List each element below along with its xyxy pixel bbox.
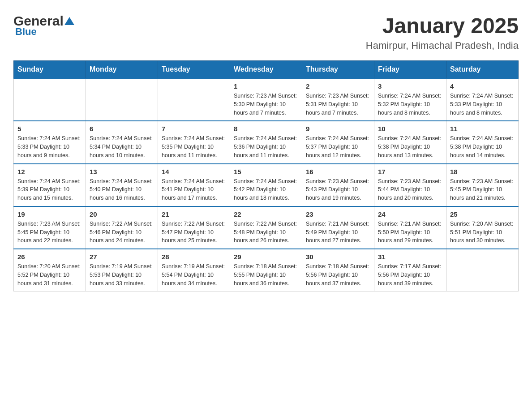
- calendar-day: 3Sunrise: 7:24 AM Sunset: 5:32 PM Daylig…: [374, 78, 446, 121]
- day-info: Sunrise: 7:24 AM Sunset: 5:37 PM Dayligh…: [306, 134, 370, 159]
- day-info: Sunrise: 7:24 AM Sunset: 5:41 PM Dayligh…: [162, 177, 226, 202]
- calendar-day: [446, 249, 519, 291]
- calendar-day: 30Sunrise: 7:18 AM Sunset: 5:56 PM Dayli…: [302, 249, 374, 291]
- day-number: 12: [17, 168, 82, 176]
- day-number: 19: [17, 210, 82, 218]
- calendar-day: 29Sunrise: 7:18 AM Sunset: 5:55 PM Dayli…: [230, 249, 302, 291]
- day-info: Sunrise: 7:24 AM Sunset: 5:42 PM Dayligh…: [234, 177, 298, 202]
- calendar-day: 5Sunrise: 7:24 AM Sunset: 5:33 PM Daylig…: [14, 121, 86, 163]
- calendar-day: 19Sunrise: 7:23 AM Sunset: 5:45 PM Dayli…: [14, 206, 86, 249]
- day-info: Sunrise: 7:24 AM Sunset: 5:39 PM Dayligh…: [17, 177, 82, 202]
- day-info: Sunrise: 7:21 AM Sunset: 5:49 PM Dayligh…: [306, 220, 370, 245]
- day-number: 14: [162, 168, 226, 176]
- calendar-table: SundayMondayTuesdayWednesdayThursdayFrid…: [13, 60, 519, 291]
- day-number: 15: [234, 168, 298, 176]
- day-number: 1: [234, 82, 298, 90]
- calendar-day: 26Sunrise: 7:20 AM Sunset: 5:52 PM Dayli…: [14, 249, 86, 291]
- week-row-5: 26Sunrise: 7:20 AM Sunset: 5:52 PM Dayli…: [14, 249, 519, 291]
- calendar-day: 20Sunrise: 7:22 AM Sunset: 5:46 PM Dayli…: [86, 206, 158, 249]
- day-info: Sunrise: 7:24 AM Sunset: 5:33 PM Dayligh…: [450, 92, 515, 117]
- day-number: 8: [234, 125, 298, 133]
- calendar-day: 15Sunrise: 7:24 AM Sunset: 5:42 PM Dayli…: [230, 164, 302, 206]
- day-number: 28: [162, 253, 226, 261]
- weekday-header-tuesday: Tuesday: [158, 61, 230, 79]
- day-info: Sunrise: 7:24 AM Sunset: 5:40 PM Dayligh…: [90, 177, 154, 202]
- weekday-header-sunday: Sunday: [14, 61, 86, 79]
- day-info: Sunrise: 7:24 AM Sunset: 5:35 PM Dayligh…: [162, 134, 226, 159]
- weekday-header-friday: Friday: [374, 61, 446, 79]
- day-number: 5: [17, 125, 82, 133]
- calendar-day: 13Sunrise: 7:24 AM Sunset: 5:40 PM Dayli…: [86, 164, 158, 206]
- day-number: 25: [450, 210, 515, 218]
- day-info: Sunrise: 7:23 AM Sunset: 5:45 PM Dayligh…: [450, 177, 515, 202]
- calendar-day: [86, 78, 158, 121]
- logo-blue-text: Blue: [15, 26, 37, 38]
- day-info: Sunrise: 7:24 AM Sunset: 5:36 PM Dayligh…: [234, 134, 298, 159]
- day-number: 21: [162, 210, 226, 218]
- calendar-day: 27Sunrise: 7:19 AM Sunset: 5:53 PM Dayli…: [86, 249, 158, 291]
- day-info: Sunrise: 7:24 AM Sunset: 5:34 PM Dayligh…: [90, 134, 154, 159]
- weekday-header-wednesday: Wednesday: [230, 61, 302, 79]
- day-number: 10: [378, 125, 442, 133]
- calendar-day: 9Sunrise: 7:24 AM Sunset: 5:37 PM Daylig…: [302, 121, 374, 163]
- day-number: 13: [90, 168, 154, 176]
- day-number: 26: [17, 253, 82, 261]
- location-title: Hamirpur, Himachal Pradesh, India: [366, 40, 519, 51]
- calendar-day: 28Sunrise: 7:19 AM Sunset: 5:54 PM Dayli…: [158, 249, 230, 291]
- logo: General Blue: [13, 13, 74, 38]
- day-number: 27: [90, 253, 154, 261]
- calendar-day: 2Sunrise: 7:23 AM Sunset: 5:31 PM Daylig…: [302, 78, 374, 121]
- day-number: 17: [378, 168, 442, 176]
- day-number: 4: [450, 82, 515, 90]
- weekday-header-thursday: Thursday: [302, 61, 374, 79]
- day-info: Sunrise: 7:20 AM Sunset: 5:51 PM Dayligh…: [450, 220, 515, 245]
- day-info: Sunrise: 7:24 AM Sunset: 5:38 PM Dayligh…: [450, 134, 515, 159]
- calendar-day: [14, 78, 86, 121]
- weekday-header-row: SundayMondayTuesdayWednesdayThursdayFrid…: [14, 61, 519, 79]
- day-info: Sunrise: 7:17 AM Sunset: 5:56 PM Dayligh…: [378, 262, 442, 287]
- day-number: 3: [378, 82, 442, 90]
- week-row-2: 5Sunrise: 7:24 AM Sunset: 5:33 PM Daylig…: [14, 121, 519, 163]
- calendar-day: 12Sunrise: 7:24 AM Sunset: 5:39 PM Dayli…: [14, 164, 86, 206]
- day-info: Sunrise: 7:19 AM Sunset: 5:53 PM Dayligh…: [90, 262, 154, 287]
- week-row-4: 19Sunrise: 7:23 AM Sunset: 5:45 PM Dayli…: [14, 206, 519, 249]
- calendar-day: 23Sunrise: 7:21 AM Sunset: 5:49 PM Dayli…: [302, 206, 374, 249]
- day-info: Sunrise: 7:23 AM Sunset: 5:30 PM Dayligh…: [234, 92, 298, 117]
- day-number: 2: [306, 82, 370, 90]
- day-number: 16: [306, 168, 370, 176]
- day-info: Sunrise: 7:23 AM Sunset: 5:44 PM Dayligh…: [378, 177, 442, 202]
- day-info: Sunrise: 7:21 AM Sunset: 5:50 PM Dayligh…: [378, 220, 442, 245]
- day-number: 20: [90, 210, 154, 218]
- day-info: Sunrise: 7:23 AM Sunset: 5:43 PM Dayligh…: [306, 177, 370, 202]
- day-info: Sunrise: 7:20 AM Sunset: 5:52 PM Dayligh…: [17, 262, 82, 287]
- day-number: 29: [234, 253, 298, 261]
- calendar-day: 18Sunrise: 7:23 AM Sunset: 5:45 PM Dayli…: [446, 164, 519, 206]
- day-info: Sunrise: 7:23 AM Sunset: 5:45 PM Dayligh…: [17, 220, 82, 245]
- day-info: Sunrise: 7:19 AM Sunset: 5:54 PM Dayligh…: [162, 262, 226, 287]
- day-info: Sunrise: 7:24 AM Sunset: 5:32 PM Dayligh…: [378, 92, 442, 117]
- day-number: 31: [378, 253, 442, 261]
- day-info: Sunrise: 7:23 AM Sunset: 5:31 PM Dayligh…: [306, 92, 370, 117]
- day-info: Sunrise: 7:24 AM Sunset: 5:38 PM Dayligh…: [378, 134, 442, 159]
- calendar-day: 10Sunrise: 7:24 AM Sunset: 5:38 PM Dayli…: [374, 121, 446, 163]
- week-row-3: 12Sunrise: 7:24 AM Sunset: 5:39 PM Dayli…: [14, 164, 519, 206]
- day-info: Sunrise: 7:18 AM Sunset: 5:56 PM Dayligh…: [306, 262, 370, 287]
- calendar-day: 16Sunrise: 7:23 AM Sunset: 5:43 PM Dayli…: [302, 164, 374, 206]
- day-number: 23: [306, 210, 370, 218]
- calendar-day: 31Sunrise: 7:17 AM Sunset: 5:56 PM Dayli…: [374, 249, 446, 291]
- day-number: 30: [306, 253, 370, 261]
- calendar-day: 22Sunrise: 7:22 AM Sunset: 5:48 PM Dayli…: [230, 206, 302, 249]
- day-number: 9: [306, 125, 370, 133]
- calendar-day: 21Sunrise: 7:22 AM Sunset: 5:47 PM Dayli…: [158, 206, 230, 249]
- day-info: Sunrise: 7:22 AM Sunset: 5:48 PM Dayligh…: [234, 220, 298, 245]
- calendar-day: 1Sunrise: 7:23 AM Sunset: 5:30 PM Daylig…: [230, 78, 302, 121]
- calendar-day: 17Sunrise: 7:23 AM Sunset: 5:44 PM Dayli…: [374, 164, 446, 206]
- day-number: 18: [450, 168, 515, 176]
- day-info: Sunrise: 7:18 AM Sunset: 5:55 PM Dayligh…: [234, 262, 298, 287]
- day-number: 6: [90, 125, 154, 133]
- weekday-header-monday: Monday: [86, 61, 158, 79]
- day-info: Sunrise: 7:24 AM Sunset: 5:33 PM Dayligh…: [17, 134, 82, 159]
- page-header: General Blue January 2025 Hamirpur, Hima…: [13, 13, 519, 51]
- calendar-day: 6Sunrise: 7:24 AM Sunset: 5:34 PM Daylig…: [86, 121, 158, 163]
- month-title: January 2025: [366, 13, 519, 38]
